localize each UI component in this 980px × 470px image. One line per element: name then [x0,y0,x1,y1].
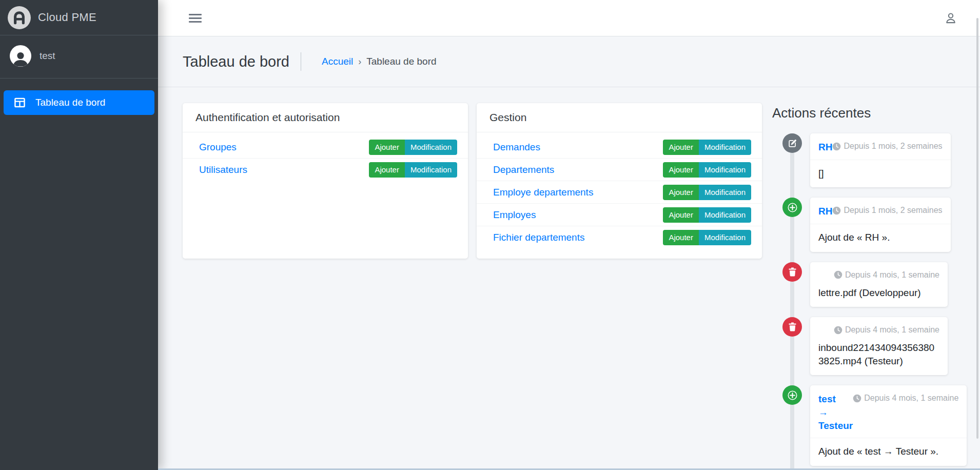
recent-action-item: Depuis 4 mois, 1 semaine inbound22143409… [772,317,955,375]
clock-icon [832,206,841,215]
recent-action-item: RH Depuis 1 mois, 2 semaines [772,198,955,251]
add-button[interactable]: Ajouter [369,140,405,155]
change-button[interactable]: Modification [405,140,457,155]
recent-action-card: RH Depuis 1 mois, 2 semaines [810,198,951,251]
model-group-card: Authentification et autorisation Groupes… [183,103,468,259]
row-actions: Ajouter Modification [663,207,751,223]
model-link[interactable]: Employe departements [493,187,593,198]
content-header: Tableau de bord Accueil › Tableau de bor… [158,36,980,87]
recent-action-header: RH Depuis 1 mois, 2 semaines [810,198,951,224]
title-divider [301,52,301,71]
sidebar-item-dashboard[interactable]: Tableau de bord [4,90,154,115]
add-button[interactable]: Ajouter [663,185,699,200]
breadcrumb-home-link[interactable]: Accueil [322,56,353,67]
row-actions: Ajouter Modification [663,230,751,245]
recent-action-text: lettre.pdf (Developpeur) [810,280,948,307]
model-row: Employes Ajouter Modification [477,204,762,226]
model-row: Employe departements Ajouter Modificatio… [477,181,762,204]
model-link[interactable]: Fichier departements [493,232,584,243]
model-cards: Authentification et autorisation Groupes… [183,103,762,259]
sidebar-item-label: Tableau de bord [35,97,105,108]
recent-actions-title: Actions récentes [772,105,955,121]
app-root: Cloud PME test Tableau d [0,0,980,470]
recent-actions-panel: Actions récentes [772,103,955,470]
main-area: Tableau de bord Accueil › Tableau de bor… [158,0,980,470]
model-row: Departements Ajouter Modification [477,159,762,181]
action-type-icon [782,262,802,282]
recent-action-time: Depuis 1 mois, 2 semaines [832,205,942,215]
breadcrumb-separator: › [358,56,361,67]
row-actions: Ajouter Modification [369,140,457,155]
clock-icon [834,270,842,279]
clock-icon [834,326,842,335]
action-type-icon [782,198,802,217]
add-button[interactable]: Ajouter [369,162,405,178]
add-button[interactable]: Ajouter [663,207,699,223]
page-title: Tableau de bord [183,53,289,70]
menu-toggle-icon[interactable] [189,14,202,23]
model-link[interactable]: Groupes [199,142,237,153]
model-row: Fichier departements Ajouter Modificatio… [477,226,762,249]
breadcrumb-current: Tableau de bord [366,56,436,67]
user-menu-icon[interactable] [944,11,957,25]
row-actions: Ajouter Modification [369,162,457,178]
recent-action-card: test → Testeur Depuis 4 mois, 1 semaine [810,385,967,466]
recent-action-card: RH Depuis 1 mois, 2 semaines [810,133,951,187]
action-type-icon [782,133,802,153]
recent-action-text: Ajout de « test → Testeur ». [810,438,967,466]
change-button[interactable]: Modification [405,162,457,178]
recent-action-time: Depuis 1 mois, 2 semaines [832,141,942,151]
recent-action-text: Ajout de « RH ». [810,224,951,252]
model-row: Groupes Ajouter Modification [183,136,468,159]
recent-action-card: Depuis 4 mois, 1 semaine inbound22143409… [810,317,948,375]
recent-action-item: RH Depuis 1 mois, 2 semaines [772,133,955,187]
change-button[interactable]: Modification [699,140,751,155]
brand-link[interactable]: Cloud PME [0,0,158,35]
recent-action-time: Depuis 4 mois, 1 semaine [853,393,958,403]
add-button[interactable]: Ajouter [663,162,699,178]
action-type-icon [782,385,802,405]
add-button[interactable]: Ajouter [663,230,699,245]
model-link[interactable]: Departements [493,164,554,175]
brand-title: Cloud PME [38,11,96,24]
recent-action-header: RH Depuis 1 mois, 2 semaines [810,133,951,160]
change-button[interactable]: Modification [699,185,751,200]
model-group-card: Gestion Demandes Ajouter Modification [477,103,762,259]
recent-action-time: Depuis 4 mois, 1 semaine [834,324,939,335]
card-title: Authentification et autorisation [183,103,468,132]
action-type-icon [782,317,802,337]
recent-action-text: inbound2214340943563803825.mp4 (Testeur) [810,335,948,375]
row-actions: Ajouter Modification [663,162,751,178]
change-button[interactable]: Modification [699,230,751,245]
vertical-scrollbar[interactable] [976,18,978,439]
content: Authentification et autorisation Groupes… [158,87,980,470]
recent-action-object-link[interactable]: RH [818,205,832,218]
table-icon [12,97,27,108]
row-actions: Ajouter Modification [663,140,751,155]
change-button[interactable]: Modification [699,162,751,178]
model-link[interactable]: Utilisateurs [199,164,247,175]
card-title: Gestion [477,103,762,132]
add-button[interactable]: Ajouter [663,140,699,155]
recent-action-object-link[interactable]: test → Testeur [818,393,853,432]
recent-action-header: Depuis 4 mois, 1 semaine [810,262,948,280]
user-panel[interactable]: test [0,35,158,79]
change-button[interactable]: Modification [699,207,751,223]
model-link[interactable]: Employes [493,209,536,221]
model-link[interactable]: Demandes [493,142,540,153]
recent-action-header: Depuis 4 mois, 1 semaine [810,317,948,335]
sidebar-nav: Tableau de bord [0,79,158,115]
breadcrumb: Accueil › Tableau de bord [322,56,437,67]
clock-icon [853,394,861,403]
recent-action-card: Depuis 4 mois, 1 semaine lettre.pdf (Dev… [810,262,948,307]
recent-action-object-link[interactable]: RH [818,141,832,154]
user-avatar-icon [10,45,31,67]
recent-action-item: Depuis 4 mois, 1 semaine lettre.pdf (Dev… [772,262,955,307]
brand-logo-icon [8,6,31,29]
model-row: Utilisateurs Ajouter Modification [183,159,468,181]
recent-action-time: Depuis 4 mois, 1 semaine [834,269,939,280]
top-navbar [158,0,980,36]
clock-icon [832,142,841,151]
recent-action-item: test → Testeur Depuis 4 mois, 1 semaine [772,385,955,466]
row-actions: Ajouter Modification [663,185,751,200]
